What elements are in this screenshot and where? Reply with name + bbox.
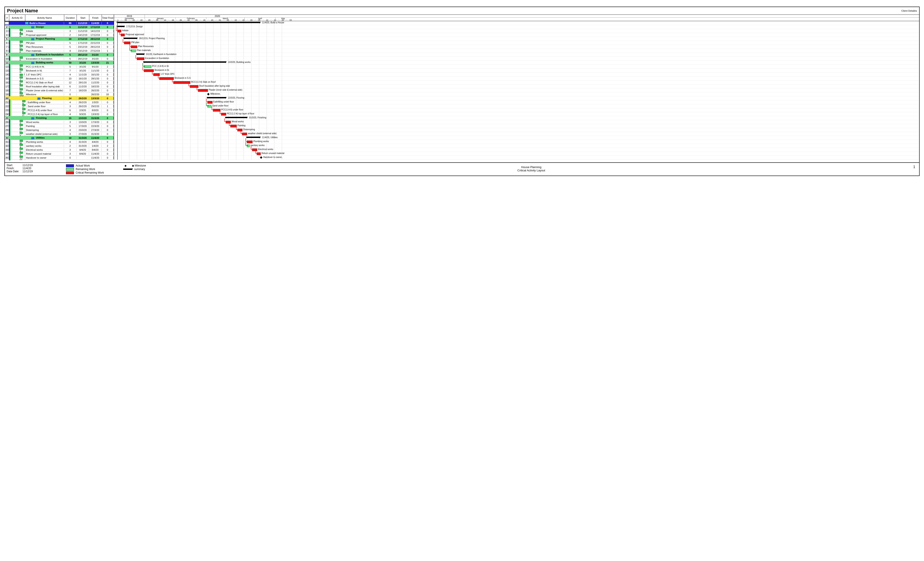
duration: 10 bbox=[64, 136, 76, 139]
table-row[interactable]: 13 H Brickwork in fd. 7 3/1/20 11/1/20 0 bbox=[5, 69, 114, 73]
task-bar[interactable] bbox=[198, 89, 208, 92]
milestone-icon[interactable] bbox=[207, 93, 210, 95]
col-float[interactable]: Total Float bbox=[102, 15, 114, 21]
dependency-link bbox=[212, 106, 213, 110]
bar-label: Plaster (inner side & external side) bbox=[209, 88, 243, 91]
col-start[interactable]: Start bbox=[76, 15, 89, 21]
table-row[interactable]: 35 ZZ Handover to owner 0 11/4/20 0 bbox=[5, 156, 114, 160]
duration: 7 bbox=[64, 69, 76, 72]
duration: 4 bbox=[64, 50, 76, 52]
bar-label: 3/1/20, Earthwork in foundation bbox=[146, 53, 177, 56]
total-float: 0 bbox=[102, 22, 114, 24]
activity-id: ZZ bbox=[9, 155, 25, 160]
total-float: 21 bbox=[102, 62, 114, 64]
finish-date: 11/1/20 bbox=[89, 69, 102, 72]
task-bar[interactable] bbox=[159, 77, 174, 80]
total-float: 0 bbox=[102, 156, 114, 159]
bar-label: Sand under floor bbox=[212, 105, 229, 107]
duration: 12 bbox=[64, 81, 76, 84]
gantt-row: Brickwork in S.S bbox=[114, 76, 919, 81]
summary-bar[interactable] bbox=[137, 54, 144, 55]
activity-name: Wood works bbox=[25, 121, 64, 123]
total-float: 0 bbox=[102, 77, 114, 80]
row-num: 12 bbox=[5, 65, 9, 68]
duration: 5 bbox=[64, 26, 76, 28]
gantt-row: 31/3/20, Finishing bbox=[114, 116, 919, 120]
activity-name: PCC(1:4:8) under floor bbox=[27, 109, 64, 111]
summary-bar[interactable] bbox=[124, 38, 137, 39]
summary-bar[interactable] bbox=[226, 117, 247, 118]
row-num: 6 bbox=[5, 42, 9, 44]
task-bar[interactable] bbox=[173, 81, 190, 84]
summary-bar[interactable] bbox=[117, 22, 260, 23]
row-num: 35 bbox=[5, 156, 9, 159]
start-date: 11/1/20 bbox=[76, 73, 89, 76]
meta-label: Data Date: bbox=[7, 170, 22, 173]
row-num: 28 bbox=[5, 129, 9, 131]
col-finish[interactable]: Finish bbox=[89, 15, 102, 21]
start-date: 26/2/20 bbox=[76, 101, 89, 104]
gantt-row: 28/12/19, Project Planning bbox=[114, 37, 919, 41]
gantt-row: Handover to owner, bbox=[114, 156, 919, 160]
duration: 3 bbox=[64, 30, 76, 32]
gantt-row: Brickwork in fd. bbox=[114, 69, 919, 73]
page-number: 1 bbox=[902, 164, 917, 175]
finish-date: 17/12/19 bbox=[89, 26, 102, 28]
gantt-row: Plan Resourses bbox=[114, 45, 919, 49]
dependency-link bbox=[196, 87, 198, 90]
duration: 6 bbox=[64, 109, 76, 111]
gantt-row: PCC(1:2:4) top layer of floor bbox=[114, 112, 919, 116]
bar-label: PCC(1:2:4) top layer of floor bbox=[227, 112, 255, 115]
start-date: 31/3/20 bbox=[76, 141, 89, 143]
milestone-icon[interactable] bbox=[260, 156, 262, 159]
title-row: Project Name Client Detailes bbox=[5, 7, 919, 15]
summary-bar[interactable] bbox=[117, 26, 124, 27]
gantt-row: Distempring bbox=[114, 128, 919, 132]
task-icon bbox=[20, 49, 23, 51]
col-dur[interactable]: Duration bbox=[64, 15, 76, 21]
gantt-row: 13/3/20, Flooring bbox=[114, 96, 919, 100]
gantt-row: Wood works bbox=[114, 120, 919, 124]
duration: 88 bbox=[64, 22, 76, 24]
folder-icon bbox=[25, 22, 28, 24]
summary-icon bbox=[31, 54, 34, 56]
summary-icon bbox=[31, 137, 34, 139]
gantt-row: PCC (1:4:8) in fd. bbox=[114, 64, 919, 69]
table-row[interactable]: 1 Build a House 88 11/12/19 11/4/20 0 bbox=[5, 21, 114, 25]
meta-value: 11/12/19 bbox=[22, 170, 33, 173]
legend-swatch bbox=[66, 164, 74, 167]
table-row[interactable]: 10 F Excavation in foundation 5 28/12/19… bbox=[5, 57, 114, 61]
row-num: 29 bbox=[5, 133, 9, 135]
dependency-link bbox=[123, 39, 124, 43]
gantt-chart[interactable]: 20192020 DecemberJanuaryFebruaryMarchApr… bbox=[114, 15, 919, 160]
total-float: 0 bbox=[102, 54, 114, 56]
table-row[interactable]: 19 MM Milestone 0 26/2/20 33 bbox=[5, 92, 114, 96]
total-float: 0 bbox=[102, 57, 114, 60]
dependency-link bbox=[220, 111, 222, 114]
summary-bar[interactable] bbox=[144, 62, 226, 63]
table-row[interactable]: 8 E Plan materials 4 23/12/19 27/12/19 1 bbox=[5, 49, 114, 53]
finish-date: 11/4/20 bbox=[89, 153, 102, 155]
col-name[interactable]: Activity Name bbox=[25, 15, 64, 21]
dependency-link bbox=[251, 146, 252, 150]
table-row[interactable]: 24 Q PCC(1:2:4) top layer of floor 4 9/3… bbox=[5, 112, 114, 116]
table-row[interactable]: 4 B Proposal approved 2 14/12/19 17/12/1… bbox=[5, 33, 114, 37]
summary-bar[interactable] bbox=[207, 97, 226, 98]
total-float: 0 bbox=[102, 85, 114, 88]
bar-label: Proposal approved bbox=[126, 33, 144, 36]
bar-label: Wood works bbox=[232, 120, 244, 123]
dependency-link bbox=[172, 79, 174, 82]
col-id[interactable]: Activity ID bbox=[9, 15, 25, 21]
row-num: 26 bbox=[5, 121, 9, 123]
row-num: 2 bbox=[5, 26, 9, 28]
task-icon bbox=[22, 104, 26, 106]
start-date: 11/12/19 bbox=[76, 30, 89, 32]
total-float: 0 bbox=[102, 69, 114, 72]
gantt-row: Milestone, bbox=[114, 92, 919, 96]
bar-label: RCC(1:2:4) Slab on Roof bbox=[191, 81, 216, 83]
bar-label: PM plan bbox=[131, 41, 140, 44]
table-row[interactable]: 29 V weather sheild (external side) 3 27… bbox=[5, 132, 114, 136]
col-num[interactable]: # bbox=[5, 15, 9, 21]
summary-bar[interactable] bbox=[247, 136, 260, 138]
total-float: 1 bbox=[102, 105, 114, 108]
